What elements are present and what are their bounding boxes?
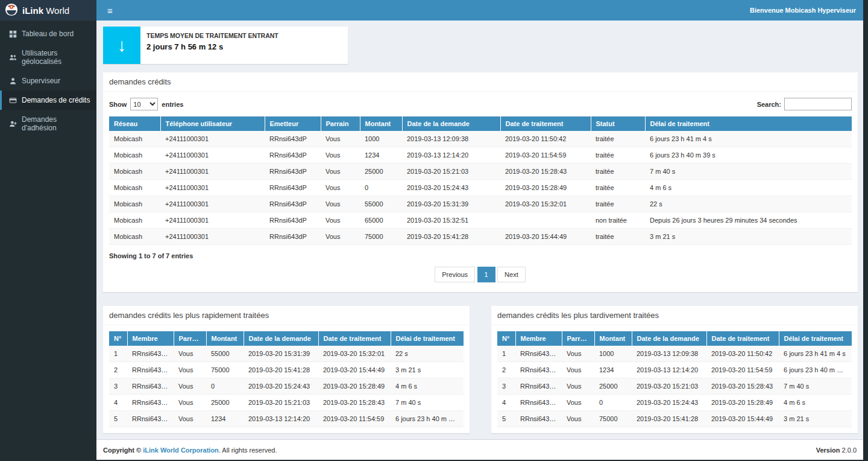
panel-title: demandes crédits [103,72,858,92]
table-cell: RRnsi643dP [515,411,562,427]
table-cell: 6 jours 23 h 41 m 4 s [645,131,852,147]
table-cell: 2019-03-20 15:28:43 [318,395,391,411]
content-area: ↓ TEMPS MOYEN DE TRAITEMENT ENTRANT 2 jo… [96,21,863,439]
credit-requests-icon [8,97,17,104]
table-cell: 2019-03-13 12:14:20 [632,362,706,378]
widget-title: TEMPS MOYEN DE TRAITEMENT ENTRANT [146,32,278,39]
column-header[interactable]: Date de traitement [500,116,591,131]
table-cell: Mobicash [109,147,160,164]
table-cell: +24111000301 [160,229,265,245]
panel-body: N°MembreParrainMontantDate de la demande… [491,325,858,433]
sidebar-item-dashboard[interactable]: Tableau de bord [0,24,96,43]
panel-title: demandes crédits les plus rapidement tra… [103,306,470,325]
user-welcome-link[interactable]: Bienvenue Mobicash Hyperviseur [750,7,856,14]
column-header[interactable]: Date de la demande [402,116,500,131]
version-value: 2.0.0 [842,447,857,454]
column-header[interactable]: Réseau [109,116,160,131]
column-header: Montant [594,331,632,346]
sidebar-toggle-hamburger-icon[interactable]: ≡ [104,4,116,17]
table-row: 1RRnsi643dPVous550002019-03-20 15:31:392… [109,346,464,362]
pagination-next-button[interactable]: Next [497,267,526,282]
table-cell: Mobicash [109,180,160,196]
table-row: Mobicash+24111000301RRnsi643dPVous02019-… [109,180,852,196]
avg-processing-time-widget: ↓ TEMPS MOYEN DE TRAITEMENT ENTRANT 2 jo… [103,27,348,64]
down-arrow-icon: ↓ [103,27,140,64]
column-header: Membre [127,331,174,346]
table-cell: Vous [321,229,360,245]
column-header: N° [109,331,127,346]
table-cell: 2019-03-20 15:21:03 [244,395,318,411]
table-cell: 2019-03-20 15:44:49 [318,362,391,378]
table-row: Mobicash+24111000301RRnsi643dPVous123420… [109,147,852,164]
table-cell: RRnsi643dP [515,362,562,378]
table-cell: 2019-03-20 15:28:49 [500,180,591,196]
column-header[interactable]: Statut [591,116,645,131]
column-header[interactable]: Parrain [321,116,360,131]
table-cell: 75000 [360,229,402,245]
table-cell: traitée [591,229,645,245]
column-header[interactable]: Montant [360,116,402,131]
brand-name: iLink World [22,5,69,16]
show-label: Show [109,101,127,108]
search-control: Search: [757,98,852,110]
page-length-select[interactable]: 10 [130,98,158,110]
column-header[interactable]: Téléphone utilisateur [160,116,265,131]
dashboard-icon [8,30,17,38]
panel-body: Show 10 entries Search: RéseauTéléphone … [103,92,858,292]
app-window: iLink World ≡ Bienvenue Mobicash Hypervi… [0,0,863,460]
table-cell: 75000 [206,362,244,378]
fastest-processed-panel: demandes crédits les plus rapidement tra… [103,306,470,433]
table-row: 5RRnsi643dPVous750002019-03-20 15:41:282… [497,411,852,427]
table-cell: 2 [109,362,127,378]
table-cell: RRnsi643dP [265,147,321,164]
table-cell: Depuis 26 jours 3 heures 29 minutes 34 s… [645,212,852,229]
table-cell: 2019-03-20 11:50:42 [706,346,779,362]
pagination-previous-button[interactable]: Previous [435,267,475,282]
table-cell: 22 s [645,196,852,212]
sidebar-item-geolocated-users[interactable]: Utilisateurs géolocalisés [0,43,96,71]
table-cell: traitée [591,180,645,196]
copyright-prefix: Copyright © [103,447,143,454]
table-cell: 2019-03-20 15:32:51 [402,212,500,229]
table-row: 1RRnsi643dPVous10002019-03-13 12:09:3820… [497,346,852,362]
table-cell: 3 m 21 s [779,411,852,427]
copyright-text: Copyright © iLink World Corporation. All… [103,447,277,454]
fastest-processed-table: N°MembreParrainMontantDate de la demande… [109,331,464,427]
table-cell: Vous [174,395,206,411]
pagination-page-1-button[interactable]: 1 [477,267,495,282]
sidebar-item-credit-requests[interactable]: Demandes de crédits [0,91,96,110]
table-cell: non traitée [591,212,645,229]
table-cell: 6 jours 23 h 40 m 39 s [779,362,852,378]
table-cell: 4 [497,395,515,411]
table-row: 4RRnsi643dPVous02019-03-20 15:24:432019-… [497,395,852,411]
table-row: 3RRnsi643dPVous250002019-03-20 15:21:032… [497,378,852,395]
brand-logo[interactable]: iLink World [0,0,96,21]
company-link[interactable]: iLink World Corporation [143,447,219,454]
table-cell: 55000 [360,196,402,212]
table-cell: RRnsi643dP [515,346,562,362]
table-cell: 7 m 40 s [645,164,852,180]
column-header: Montant [206,331,244,346]
sidebar-item-membership-requests[interactable]: Demandes d'adhésion [0,110,96,138]
table-cell: Vous [174,411,206,427]
table-cell: Mobicash [109,196,160,212]
table-cell: 6 jours 23 h 40 m 39 s [645,147,852,164]
table-cell: Mobicash [109,229,160,245]
column-header: Date de la demande [244,331,318,346]
table-row: Mobicash+24111000301RRnsi643dPVous250002… [109,164,852,180]
column-header[interactable]: Emetteur [265,116,321,131]
search-input[interactable] [784,98,852,110]
table-cell: +24111000301 [160,164,265,180]
table-cell: RRnsi643dP [265,164,321,180]
table-cell: Vous [321,147,360,164]
sidebar-item-supervisor[interactable]: Superviseur [0,71,96,91]
credits-table: RéseauTéléphone utilisateurEmetteurParra… [109,116,852,245]
table-cell: 2019-03-20 11:54:59 [318,411,391,427]
table-cell: 3 m 21 s [391,362,464,378]
table-cell: traitée [591,196,645,212]
column-header: Date de traitement [318,331,391,346]
table-cell: RRnsi643dP [127,411,174,427]
column-header: N° [497,331,515,346]
sidebar-menu: Tableau de bordUtilisateurs géolocalisés… [0,21,96,138]
column-header[interactable]: Délai de traitement [645,116,852,131]
